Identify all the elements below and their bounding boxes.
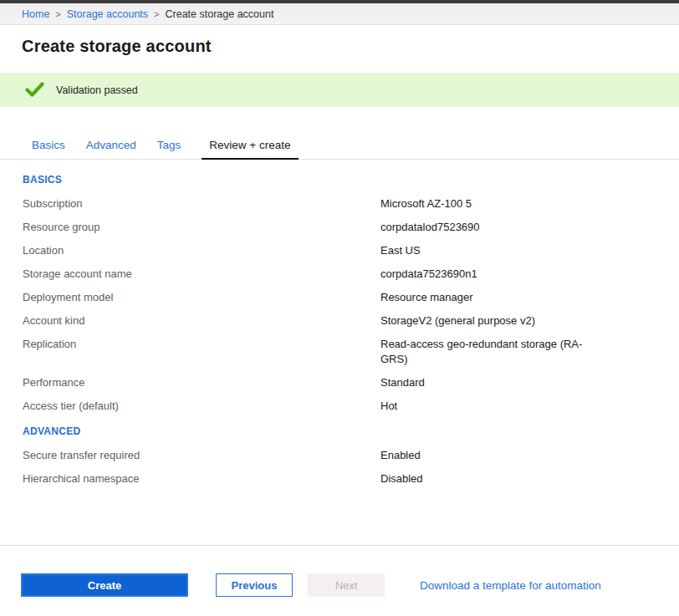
row-label: Access tier (default)	[23, 399, 380, 414]
validation-banner: Validation passed	[0, 73, 679, 107]
row-value: corpdata7523690n1	[380, 267, 477, 282]
row-label: Subscription	[23, 196, 380, 211]
breadcrumb-current: Create storage account	[166, 8, 274, 20]
row-label: Replication	[23, 337, 380, 367]
row-label: Storage account name	[23, 267, 380, 282]
review-summary: BASICS Subscription Microsoft AZ-100 5 R…	[0, 174, 679, 486]
summary-row-account-kind: Account kind StorageV2 (general purpose …	[23, 313, 679, 328]
summary-row-location: Location East US	[23, 243, 679, 258]
tab-advanced[interactable]: Advanced	[86, 139, 136, 159]
breadcrumb-separator: >	[154, 9, 159, 19]
previous-button[interactable]: Previous	[216, 573, 293, 597]
row-value: Hot	[380, 399, 397, 414]
footer-actions: Create Previous Next Download a template…	[0, 545, 679, 597]
tab-basics[interactable]: Basics	[32, 139, 65, 159]
summary-row-hierarchical-namespace: Hierarchical namespace Disabled	[23, 471, 679, 486]
summary-row-secure-transfer: Secure transfer required Enabled	[23, 448, 679, 463]
summary-row-deployment-model: Deployment model Resource manager	[23, 290, 679, 305]
row-value: East US	[380, 243, 421, 258]
summary-row-access-tier: Access tier (default) Hot	[23, 399, 679, 414]
row-value: Microsoft AZ-100 5	[380, 196, 472, 211]
download-template-link[interactable]: Download a template for automation	[420, 579, 601, 592]
section-heading-basics: BASICS	[23, 174, 679, 186]
row-label: Secure transfer required	[23, 448, 380, 463]
row-label: Resource group	[23, 220, 380, 235]
row-value: Standard	[380, 375, 425, 390]
row-value: Read-access geo-redundant storage (RA-GR…	[380, 337, 598, 367]
summary-row-storage-account-name: Storage account name corpdata7523690n1	[23, 267, 679, 282]
breadcrumb: Home > Storage accounts > Create storage…	[0, 3, 679, 25]
checkmark-icon	[25, 82, 44, 98]
row-label: Hierarchical namespace	[23, 471, 380, 486]
summary-row-performance: Performance Standard	[23, 375, 679, 390]
tab-tags[interactable]: Tags	[157, 139, 181, 159]
breadcrumb-separator: >	[55, 9, 60, 19]
summary-row-subscription: Subscription Microsoft AZ-100 5	[23, 196, 679, 211]
row-value: Disabled	[380, 471, 423, 486]
breadcrumb-storage-accounts[interactable]: Storage accounts	[67, 8, 148, 20]
validation-message: Validation passed	[56, 84, 138, 96]
breadcrumb-home[interactable]: Home	[22, 8, 49, 20]
section-heading-advanced: ADVANCED	[23, 425, 679, 437]
page-header: Create storage account	[0, 25, 679, 73]
row-value: corpdatalod7523690	[380, 220, 480, 235]
row-value: Resource manager	[380, 290, 473, 305]
tab-bar: Basics Advanced Tags Review + create	[0, 134, 679, 160]
create-button[interactable]: Create	[21, 573, 188, 597]
summary-row-replication: Replication Read-access geo-redundant st…	[23, 337, 679, 367]
next-button[interactable]: Next	[308, 573, 385, 597]
footer-buttons: Create Previous Next Download a template…	[0, 573, 679, 597]
row-label: Location	[23, 243, 380, 258]
row-label: Performance	[23, 375, 380, 390]
row-label: Deployment model	[23, 290, 380, 305]
summary-row-resource-group: Resource group corpdatalod7523690	[23, 220, 679, 235]
row-value: Enabled	[380, 448, 421, 463]
row-value: StorageV2 (general purpose v2)	[380, 313, 535, 328]
footer-divider	[0, 545, 679, 546]
page-title: Create storage account	[22, 37, 679, 56]
tab-review-create[interactable]: Review + create	[202, 139, 298, 160]
row-label: Account kind	[23, 313, 380, 328]
